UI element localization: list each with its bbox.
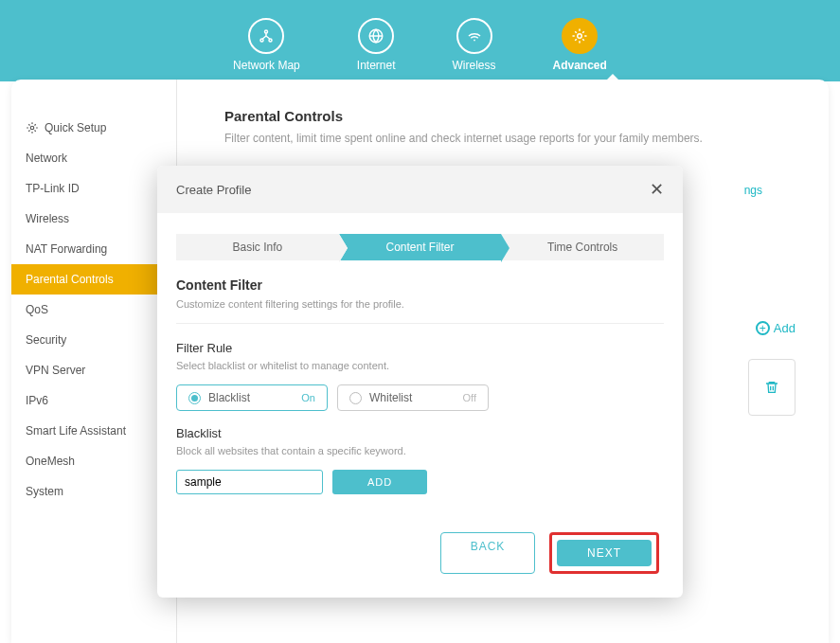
whitelist-option[interactable]: Whitelist Off: [337, 384, 489, 411]
sidebar-item-smart-life[interactable]: Smart Life Assistant: [11, 416, 176, 446]
blacklist-title: Blacklist: [176, 426, 664, 440]
nav-label: Wireless: [453, 59, 496, 72]
step-basic-info[interactable]: Basic Info: [176, 234, 339, 260]
globe-icon: [358, 18, 394, 54]
sidebar-item-ipv6[interactable]: IPv6: [11, 385, 176, 416]
partial-link-text[interactable]: ngs: [744, 184, 762, 197]
off-label: Off: [463, 392, 476, 403]
modal-footer: BACK NEXT: [157, 513, 683, 598]
sidebar-item-security[interactable]: Security: [11, 325, 176, 355]
back-button[interactable]: BACK: [440, 532, 535, 574]
sidebar-item-label: OneMesh: [26, 455, 75, 468]
delete-button[interactable]: [748, 359, 795, 416]
wifi-icon: [456, 18, 492, 54]
sidebar-item-label: IPv6: [26, 394, 48, 407]
step-time-controls[interactable]: Time Controls: [501, 234, 664, 260]
sidebar-item-label: Wireless: [26, 212, 69, 225]
top-nav: Network Map Internet Wireless Advanced: [0, 0, 840, 81]
sidebar-item-label: Parental Controls: [26, 273, 114, 286]
sidebar-item-onemesh[interactable]: OneMesh: [11, 446, 176, 476]
filter-options: Blacklist On Whitelist Off: [176, 384, 664, 411]
nav-network-map[interactable]: Network Map: [233, 18, 300, 72]
gear-icon: [562, 18, 598, 54]
sidebar-item-label: Smart Life Assistant: [26, 424, 126, 438]
blacklist-description: Block all websites that contain a specif…: [176, 445, 664, 456]
nav-label: Network Map: [233, 59, 300, 72]
sidebar-item-network[interactable]: Network: [11, 143, 176, 173]
radio-icon: [349, 392, 362, 404]
modal-header: Create Profile ✕: [157, 166, 683, 213]
plus-icon: +: [756, 321, 770, 335]
close-icon[interactable]: ✕: [650, 179, 664, 200]
svg-point-5: [30, 126, 34, 130]
on-label: On: [301, 392, 315, 403]
sidebar-item-label: VPN Server: [26, 364, 85, 377]
next-button[interactable]: NEXT: [557, 540, 652, 566]
nav-advanced[interactable]: Advanced: [553, 18, 607, 72]
filter-rule-description: Select blacklist or whitelist to manage …: [176, 360, 664, 371]
svg-point-0: [265, 30, 268, 33]
sidebar-item-label: Network: [26, 152, 67, 165]
section-description: Customize content filtering settings for…: [176, 298, 664, 324]
trash-icon: [764, 379, 779, 396]
wizard-steps: Basic Info Content Filter Time Controls: [157, 213, 683, 277]
sidebar-item-label: Security: [26, 333, 66, 347]
page-title: Parental Controls: [224, 108, 781, 124]
sidebar-item-qos[interactable]: QoS: [11, 295, 176, 325]
sidebar-item-label: NAT Forwarding: [26, 242, 107, 256]
add-label: Add: [774, 321, 795, 335]
sidebar-item-label: QoS: [26, 303, 48, 316]
sidebar-item-tplink-id[interactable]: TP-Link ID: [11, 173, 176, 204]
sidebar: Quick Setup Network TP-Link ID Wireless …: [11, 80, 177, 643]
add-profile-button[interactable]: + Add: [756, 321, 795, 335]
filter-rule-title: Filter Rule: [176, 341, 664, 355]
keyword-input-row: ADD: [176, 470, 664, 494]
sidebar-item-nat-forwarding[interactable]: NAT Forwarding: [11, 234, 176, 264]
svg-point-2: [269, 39, 272, 42]
modal-title: Create Profile: [176, 183, 251, 197]
sidebar-item-system[interactable]: System: [11, 476, 176, 507]
sidebar-item-quick-setup[interactable]: Quick Setup: [11, 113, 176, 143]
option-label: Whitelist: [369, 391, 412, 404]
next-button-highlight: NEXT: [549, 532, 659, 574]
blacklist-option[interactable]: Blacklist On: [176, 384, 328, 411]
create-profile-modal: Create Profile ✕ Basic Info Content Filt…: [157, 166, 683, 598]
sidebar-item-wireless[interactable]: Wireless: [11, 204, 176, 234]
nav-wireless[interactable]: Wireless: [453, 18, 496, 72]
sidebar-item-label: System: [26, 485, 63, 498]
sidebar-item-parental-controls[interactable]: Parental Controls: [11, 264, 176, 295]
page-description: Filter content, limit time spent online …: [224, 132, 781, 145]
nav-label: Internet: [357, 59, 396, 72]
section-title: Content Filter: [176, 277, 664, 293]
sidebar-item-label: Quick Setup: [45, 121, 106, 134]
sidebar-item-vpn-server[interactable]: VPN Server: [11, 355, 176, 385]
radio-icon: [188, 392, 201, 404]
nav-label: Advanced: [553, 59, 607, 72]
svg-point-4: [578, 33, 582, 38]
modal-body: Content Filter Customize content filteri…: [157, 277, 683, 513]
nav-internet[interactable]: Internet: [357, 18, 396, 72]
add-keyword-button[interactable]: ADD: [332, 470, 427, 494]
gear-icon: [26, 121, 39, 134]
svg-point-1: [260, 39, 263, 42]
option-label: Blacklist: [208, 391, 250, 404]
keyword-input[interactable]: [176, 470, 323, 494]
network-icon: [248, 18, 284, 54]
step-content-filter[interactable]: Content Filter: [339, 234, 502, 260]
sidebar-item-label: TP-Link ID: [26, 182, 80, 195]
